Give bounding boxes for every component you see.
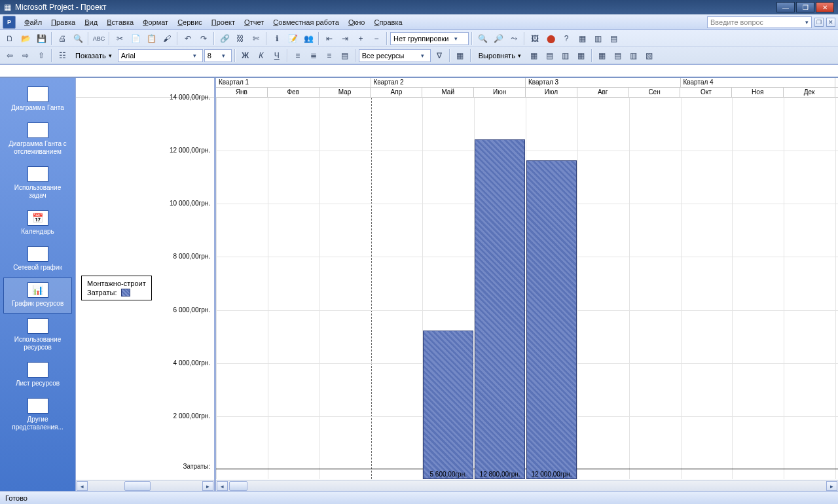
view-4[interactable]: ▦Сетевой график [3,242,72,278]
office-button[interactable]: ⬤ [543,31,558,46]
view-7[interactable]: ▤Лист ресурсов [3,357,72,393]
split-task-button[interactable]: ✄ [249,31,263,46]
print-preview-button[interactable]: 🔍 [71,31,85,46]
hide-subtasks-button[interactable]: − [369,31,384,46]
outline-button[interactable]: ☷ [55,48,69,63]
close-doc-button[interactable]: ✕ [826,18,835,27]
underline-button[interactable]: Ч [270,48,284,63]
tb-btn-c[interactable]: ▤ [606,31,621,46]
chart-scroll-right-button[interactable]: ▸ [826,481,837,491]
zoom-in-button[interactable]: 🔍 [475,31,490,46]
show-outline-button[interactable]: Показать ▾ [71,48,117,63]
copy-picture-button[interactable]: 🖼 [528,31,542,46]
tb-btn-b[interactable]: ▥ [591,31,605,46]
group-by-combo[interactable]: Нет группировки▾ [390,32,469,45]
tracking-icon-b[interactable]: ▤ [543,48,557,63]
align-right-button[interactable]: ≡ [322,48,337,63]
nav-next-button[interactable]: ⇨ [18,48,33,63]
tracking-icon-h[interactable]: ▧ [642,48,657,63]
view-6[interactable]: ▦Использование ресурсов [3,314,72,357]
menu-совместная работа[interactable]: Совместная работа [268,17,344,27]
redo-button[interactable]: ↷ [196,31,211,46]
bold-button[interactable]: Ж [238,48,253,63]
month-header-5: Июн [474,88,526,97]
zoom-out-button[interactable]: 🔎 [491,31,505,46]
view-2[interactable]: ▦Использование задач [3,162,72,206]
tracking-icon-c[interactable]: ▥ [558,48,573,63]
menu-вставка[interactable]: Вставка [102,17,138,27]
outdent-button[interactable]: ⇤ [322,31,337,46]
formula-bar[interactable] [0,64,838,77]
scroll-right-button[interactable]: ▸ [202,481,213,491]
notes-button[interactable]: 📝 [285,31,300,46]
scroll-left-button[interactable]: ◂ [77,481,88,491]
align-left-button[interactable]: ≡ [291,48,305,63]
unlink-button[interactable]: ⛓ [233,31,247,46]
nav-prev-button[interactable]: ⇦ [3,48,17,63]
legend-hscroll[interactable]: ◂ ▸ [76,480,214,491]
goto-task-button[interactable]: ⤳ [507,31,521,46]
scroll-thumb[interactable] [124,481,151,491]
view-icon: 📅 [27,210,48,226]
task-info-button[interactable]: ℹ [270,31,284,46]
print-button[interactable]: 🖨 [55,31,69,46]
menu-справка[interactable]: Справка [369,17,407,27]
align-center-button[interactable]: ≣ [306,48,321,63]
paste-button[interactable]: 📋 [144,31,158,46]
close-button[interactable]: ✕ [816,2,834,12]
new-file-button[interactable]: 🗋 [3,31,17,46]
view-5[interactable]: 📊График ресурсов [3,278,72,314]
view-3[interactable]: 📅Календарь [3,206,72,242]
chart-hscroll[interactable]: ◂ ▸ [216,480,838,491]
menu-файл[interactable]: Файл [20,17,46,27]
month-header-1: Фев [268,88,319,97]
undo-button[interactable]: ↶ [181,31,195,46]
menu-отчет[interactable]: Отчет [240,17,268,27]
italic-button[interactable]: К [254,48,268,63]
menu-правка[interactable]: Правка [46,17,80,27]
tracking-icon-a[interactable]: ▦ [527,48,541,63]
menu-окно[interactable]: Окно [344,17,370,27]
status-text: Готово [5,494,27,502]
link-button[interactable]: 🔗 [217,31,232,46]
chart-scroll-left-button[interactable]: ◂ [217,481,228,491]
menu-вид[interactable]: Вид [80,17,102,27]
restore-doc-button[interactable]: ❐ [814,18,824,27]
filter-combo[interactable]: Все ресурсы▾ [359,49,431,62]
indent-button[interactable]: ⇥ [338,31,352,46]
save-button[interactable]: 💾 [34,31,48,46]
menu-формат[interactable]: Формат [138,17,173,27]
cut-button[interactable]: ✂ [113,31,127,46]
show-subtasks-button[interactable]: + [354,31,368,46]
align-justify-button[interactable]: ▤ [338,48,352,63]
copy-button[interactable]: 📄 [128,31,143,46]
assign-resources-button[interactable]: 👥 [301,31,316,46]
leveling-button[interactable]: Выровнять ▾ [474,48,526,63]
tb-btn-a[interactable]: ▦ [575,31,589,46]
help-button[interactable]: ? [559,31,574,46]
font-combo[interactable]: Arial▾ [118,49,203,62]
minimize-button[interactable]: — [776,2,795,12]
view-icon: ▭ [27,122,48,138]
menu-сервис[interactable]: Сервис [173,17,207,27]
view-1[interactable]: ▭Диаграмма Ганта с отслеживанием [3,118,72,162]
tracking-icon-g[interactable]: ▥ [627,48,641,63]
format-painter-button[interactable]: 🖌 [160,31,174,46]
tracking-icon-d[interactable]: ▦ [574,48,589,63]
maximize-button[interactable]: ❐ [796,2,814,12]
view-0[interactable]: ▭Диаграмма Ганта [3,82,72,118]
wizard-button[interactable]: ▦ [453,48,467,63]
autofilter-button[interactable]: ∇ [432,48,446,63]
nav-up-button[interactable]: ⇧ [34,48,48,63]
spellcheck-button[interactable]: ABC [92,31,106,46]
tracking-icon-e[interactable]: ▦ [595,48,610,63]
view-8[interactable]: ▢Другие представления... [3,393,72,437]
font-size-combo[interactable]: 8▾ [204,49,232,62]
chart-scroll-thumb[interactable] [229,481,247,491]
menu-проект[interactable]: Проект [207,17,240,27]
tracking-icon-f[interactable]: ▤ [611,48,625,63]
chart-pane: Квартал 1Квартал 2Квартал 3Квартал 4 Янв… [216,78,838,491]
help-search-input[interactable]: Введите вопрос▾ [707,16,812,28]
open-file-button[interactable]: 📂 [18,31,33,46]
project-icon[interactable]: P [3,16,16,29]
